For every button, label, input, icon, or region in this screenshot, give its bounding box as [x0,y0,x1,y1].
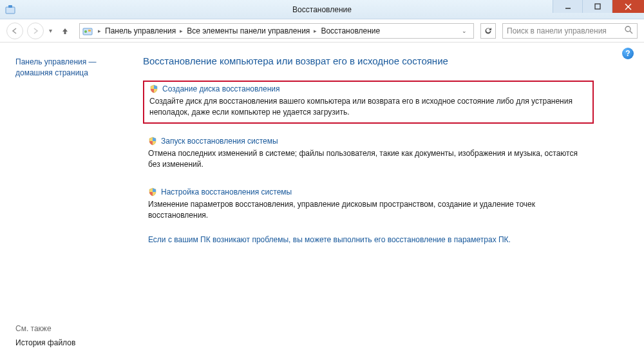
search-box[interactable] [502,23,638,39]
option-link[interactable]: Запуск восстановления системы [161,137,278,146]
option-description: Отмена последних изменений в системе; фа… [148,148,589,171]
shield-icon [148,187,157,196]
svg-rect-0 [6,7,15,14]
nav-history-dropdown[interactable]: ▾ [49,27,52,34]
close-button[interactable] [612,0,644,13]
breadcrumb[interactable]: ▸ Панель управления ▸ Все элементы панел… [79,23,474,39]
breadcrumb-item[interactable]: Панель управления [104,26,177,35]
sidebar-home-line1: Панель управления — [15,57,128,68]
option-create-recovery-drive: Создание диска восстановления Создайте д… [143,81,594,124]
sidebar-home-line2: домашняя страница [15,68,128,79]
sidebar: Панель управления — домашняя страница См… [0,43,135,364]
window-title: Восстановление [292,5,352,14]
pc-settings-recovery-link[interactable]: Если с вашим ПК возникают проблемы, вы м… [143,235,625,244]
page-heading: Восстановление компьютера или возврат ег… [143,55,625,66]
search-icon[interactable] [625,26,633,36]
shield-icon [149,84,158,93]
breadcrumb-dropdown[interactable]: ⌄ [458,28,471,34]
navbar: ▾ ▸ Панель управления ▸ Все элементы пан… [0,19,644,43]
option-configure-restore: Настройка восстановления системы Изменен… [143,185,594,225]
sidebar-home-link[interactable]: Панель управления — домашняя страница [15,57,128,79]
window-controls [553,0,644,13]
nav-up-button[interactable] [59,24,71,37]
option-link[interactable]: Настройка восстановления системы [161,187,292,196]
svg-rect-1 [8,5,12,8]
option-system-restore: Запуск восстановления системы Отмена пос… [143,134,594,175]
svg-rect-3 [595,4,600,9]
chevron-right-icon: ▸ [311,28,319,34]
option-link[interactable]: Создание диска восстановления [162,84,280,93]
window-app-icon [5,5,15,15]
search-input[interactable] [507,26,622,35]
file-history-link[interactable]: История файлов [15,338,128,347]
shield-icon [148,137,157,146]
minimize-button[interactable] [553,0,582,13]
breadcrumb-icon [82,26,93,36]
nav-back-button[interactable] [6,23,23,39]
sidebar-footer: См. также История файлов [15,324,128,356]
svg-point-7 [84,30,87,33]
chevron-right-icon: ▸ [177,28,185,34]
svg-rect-8 [88,30,91,32]
maximize-button[interactable] [582,0,612,13]
body: Панель управления — домашняя страница См… [0,43,644,364]
nav-forward-button[interactable] [27,23,44,39]
main-content: ? Восстановление компьютера или возврат … [135,43,644,364]
breadcrumb-item[interactable]: Все элементы панели управления [185,26,311,35]
option-description: Создайте диск для восстановления вашего … [149,96,587,119]
svg-line-10 [630,31,632,34]
breadcrumb-item[interactable]: Восстановление [319,26,381,35]
svg-point-9 [625,26,630,32]
titlebar: Восстановление [0,0,644,19]
help-icon[interactable]: ? [622,48,634,59]
option-description: Изменение параметров восстановления, упр… [148,199,589,222]
see-also-label: См. также [15,324,128,333]
chevron-right-icon: ▸ [95,28,104,34]
refresh-button[interactable] [480,23,496,39]
